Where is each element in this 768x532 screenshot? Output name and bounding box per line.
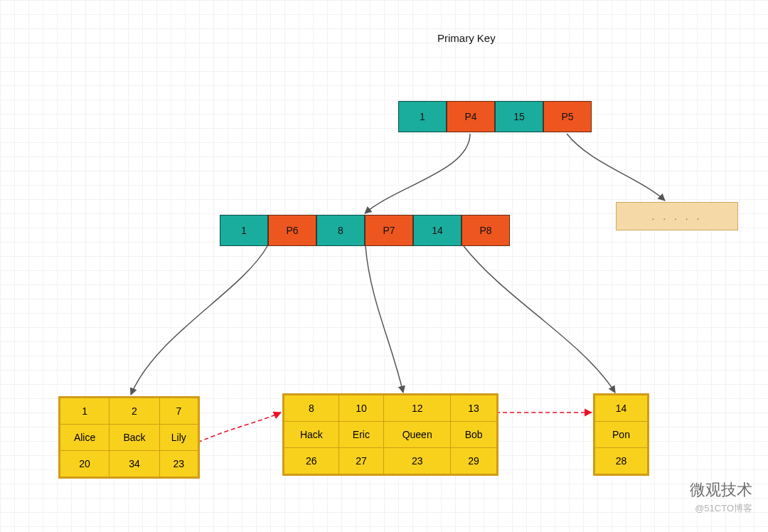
watermark-line2: @51CTO博客 bbox=[690, 502, 752, 515]
leaf2-r2c1: 27 bbox=[338, 448, 383, 474]
mid-ptr-2: P8 bbox=[462, 215, 510, 246]
root-ptr-1: P5 bbox=[543, 101, 592, 132]
root-ptr-0: P4 bbox=[447, 101, 495, 132]
mid-key-2: 14 bbox=[413, 215, 462, 246]
leaf-node-1: 127 AliceBackLily 203423 bbox=[58, 396, 200, 479]
root-key-0: 1 bbox=[398, 101, 447, 132]
mid-node: 1 P6 8 P7 14 P8 bbox=[220, 215, 510, 246]
mid-ptr-1: P7 bbox=[365, 215, 413, 246]
leaf2-r2c3: 29 bbox=[451, 448, 497, 474]
leaf1-r1c1: Back bbox=[110, 425, 159, 451]
leaf2-r1c2: Queen bbox=[384, 422, 451, 448]
leaf-node-3: 14 Pon 28 bbox=[593, 393, 649, 476]
leaf1-r0c0: 1 bbox=[60, 398, 110, 425]
leaf2-r1c0: Hack bbox=[284, 422, 339, 448]
root-key-1: 15 bbox=[495, 101, 543, 132]
ellipsis-node: . . . . . bbox=[616, 202, 738, 230]
watermark: 微观技术 @51CTO博客 bbox=[690, 479, 752, 515]
leaf2-r0c1: 10 bbox=[338, 395, 383, 422]
leaf3-r1c0: Pon bbox=[595, 422, 648, 448]
leaf2-r1c1: Eric bbox=[338, 422, 383, 448]
leaf3-r0c0: 14 bbox=[595, 395, 648, 422]
leaf1-r1c0: Alice bbox=[60, 425, 110, 451]
leaf2-r1c3: Bob bbox=[451, 422, 497, 448]
watermark-line1: 微观技术 bbox=[690, 479, 752, 501]
leaf1-r0c2: 7 bbox=[159, 398, 198, 425]
leaf2-r0c2: 12 bbox=[384, 395, 451, 422]
ellipsis-cell: . . . . . bbox=[616, 202, 738, 230]
leaf3-r2c0: 28 bbox=[595, 448, 648, 474]
root-node: 1 P4 15 P5 bbox=[398, 101, 592, 132]
leaf1-r2c2: 23 bbox=[159, 451, 198, 477]
leaf2-r0c0: 8 bbox=[284, 395, 339, 422]
mid-ptr-0: P6 bbox=[268, 215, 316, 246]
leaf2-r2c2: 23 bbox=[384, 448, 451, 474]
leaf2-r0c3: 13 bbox=[451, 395, 497, 422]
diagram-title: Primary Key bbox=[437, 32, 496, 44]
leaf1-r2c0: 20 bbox=[60, 451, 110, 477]
leaf2-r2c0: 26 bbox=[284, 448, 339, 474]
mid-key-0: 1 bbox=[220, 215, 268, 246]
leaf-node-2: 8101213 HackEricQueenBob 26272329 bbox=[282, 393, 498, 476]
leaf1-r1c2: Lily bbox=[159, 425, 198, 451]
leaf1-r2c1: 34 bbox=[110, 451, 159, 477]
leaf1-r0c1: 2 bbox=[110, 398, 159, 425]
mid-key-1: 8 bbox=[316, 215, 365, 246]
